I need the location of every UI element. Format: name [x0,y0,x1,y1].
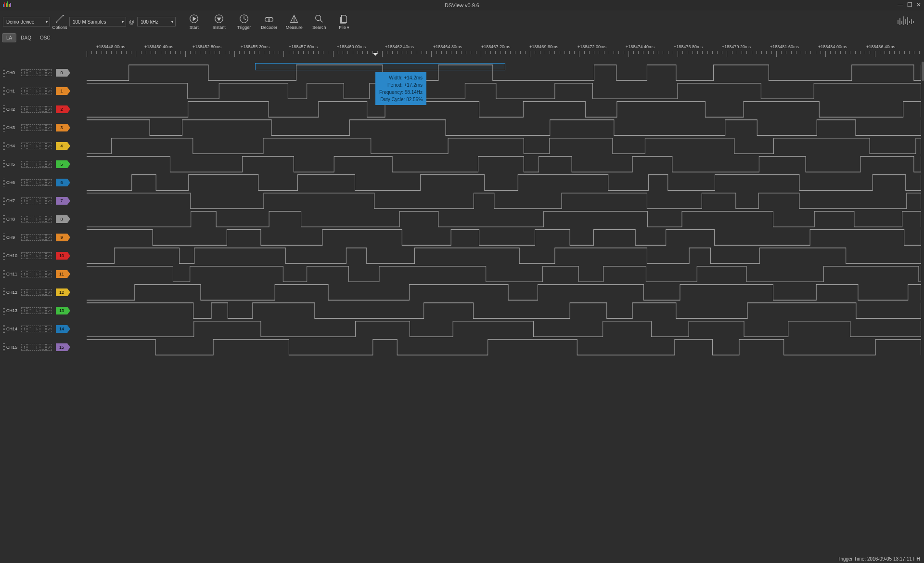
trigger-condition-button[interactable]: ↾ [21,88,27,94]
trigger-condition-button[interactable]: ⇂ [34,344,39,351]
trigger-condition-button[interactable]: ‾ [27,344,33,351]
trigger-condition-button[interactable]: ↾ [21,197,27,204]
measure-button[interactable]: Measure [282,11,307,32]
trigger-condition-button[interactable]: ‾ [27,289,33,296]
channel-tag[interactable]: 10 [56,252,67,260]
trigger-condition-button[interactable]: ‾ [27,234,33,241]
trigger-condition-button[interactable]: ⇂ [34,88,39,94]
channel-grip[interactable] [3,179,5,186]
channel-grip[interactable] [3,160,5,168]
channel-name[interactable]: CH10 [6,253,20,258]
trigger-condition-button[interactable]: ⇂ [34,216,39,223]
trigger-condition-button[interactable]: ‾ [27,124,33,131]
waveform[interactable] [87,210,921,228]
trigger-condition-button[interactable]: ↾ [21,289,27,296]
waveform[interactable] [87,338,921,356]
channel-grip[interactable] [3,252,5,260]
trigger-condition-button[interactable]: ‾ [27,161,33,168]
trigger-condition-button[interactable]: ⤢ [46,271,52,277]
trigger-condition-button[interactable]: ⤢ [46,106,52,113]
vertical-scrollbar[interactable] [922,62,924,81]
channel-grip[interactable] [3,105,5,113]
waveform[interactable] [87,137,921,155]
channel-name[interactable]: CH12 [6,290,20,295]
trigger-condition-button[interactable]: ‾ [27,307,33,314]
waveform[interactable] [87,320,921,338]
trigger-condition-button[interactable]: ⇂ [34,289,39,296]
channel-grip[interactable] [3,124,5,131]
mode-tab-la[interactable]: LA [2,33,16,42]
ruler-cursor-icon[interactable] [373,53,378,56]
channel-grip[interactable] [3,325,5,333]
channel-tag[interactable]: 5 [56,160,67,168]
channel-grip[interactable] [3,234,5,241]
trigger-condition-button[interactable]: ⇂ [34,252,39,259]
trigger-condition-button[interactable]: ⤢ [46,124,52,131]
waveform[interactable] [87,173,921,192]
channel-tag[interactable]: 12 [56,288,67,296]
trigger-condition-button[interactable]: ⇂ [34,124,39,131]
trigger-condition-button[interactable]: _ [40,143,46,149]
trigger-condition-button[interactable]: ‾ [27,88,33,94]
trigger-condition-button[interactable]: ⤢ [46,252,52,259]
trigger-condition-button[interactable]: ⇂ [34,161,39,168]
trigger-condition-button[interactable]: ↾ [21,161,27,168]
channel-grip[interactable] [3,343,5,351]
options-button[interactable]: Options [50,11,69,32]
trigger-condition-button[interactable]: ↾ [21,344,27,351]
channel-grip[interactable] [3,197,5,205]
trigger-condition-button[interactable]: ⤢ [46,143,52,149]
trigger-condition-button[interactable]: ↾ [21,271,27,277]
trigger-condition-button[interactable]: ⤢ [46,234,52,241]
trigger-condition-button[interactable]: _ [40,289,46,296]
trigger-condition-button[interactable]: ↾ [21,69,27,76]
channel-grip[interactable] [3,288,5,296]
channel-tag[interactable]: 0 [56,69,67,77]
trigger-condition-button[interactable]: ↾ [21,106,27,113]
maximize-button[interactable]: ❐ [907,1,912,8]
channel-name[interactable]: CH11 [6,272,20,276]
channel-name[interactable]: CH5 [6,162,20,167]
channel-name[interactable]: CH3 [6,125,20,130]
trigger-condition-button[interactable]: ↾ [21,124,27,131]
trigger-condition-button[interactable]: _ [40,88,46,94]
trigger-condition-button[interactable]: ↾ [21,234,27,241]
trigger-condition-button[interactable]: _ [40,234,46,241]
channel-name[interactable]: CH9 [6,235,20,240]
channel-name[interactable]: CH13 [6,308,20,313]
waveform[interactable] [87,64,921,82]
channel-name[interactable]: CH8 [6,217,20,222]
close-button[interactable]: ✕ [916,1,921,8]
trigger-condition-button[interactable]: _ [40,106,46,113]
trigger-condition-button[interactable]: ↾ [21,143,27,149]
trigger-condition-button[interactable]: ⤢ [46,88,52,94]
trigger-condition-button[interactable]: ⤢ [46,161,52,168]
trigger-condition-button[interactable]: ⇂ [34,143,39,149]
trigger-condition-button[interactable]: ⤢ [46,307,52,314]
trigger-condition-button[interactable]: ⇂ [34,197,39,204]
trigger-condition-button[interactable]: ⤢ [46,179,52,186]
trigger-condition-button[interactable]: ‾ [27,252,33,259]
search-button[interactable]: Search [307,11,332,32]
trigger-condition-button[interactable]: ⇂ [34,234,39,241]
trigger-condition-button[interactable]: _ [40,252,46,259]
trigger-condition-button[interactable]: ‾ [27,326,33,332]
channel-tag[interactable]: 7 [56,197,67,205]
channel-tag[interactable]: 8 [56,215,67,223]
channel-name[interactable]: CH15 [6,345,20,350]
trigger-condition-button[interactable]: ‾ [27,69,33,76]
start-button[interactable]: Start [181,11,206,32]
trigger-condition-button[interactable]: ↾ [21,216,27,223]
trigger-button[interactable]: Trigger [231,11,257,32]
channel-name[interactable]: CH2 [6,107,20,112]
trigger-condition-button[interactable]: _ [40,124,46,131]
trigger-condition-button[interactable]: ⤢ [46,197,52,204]
waveform[interactable] [87,265,921,283]
channel-grip[interactable] [3,142,5,150]
channel-tag[interactable]: 15 [56,343,67,351]
file-button[interactable]: File ▾ [332,11,357,32]
trigger-condition-button[interactable]: ⤢ [46,326,52,332]
channel-tag[interactable]: 1 [56,87,67,95]
channel-name[interactable]: CH6 [6,180,20,185]
trigger-condition-button[interactable]: ↾ [21,252,27,259]
